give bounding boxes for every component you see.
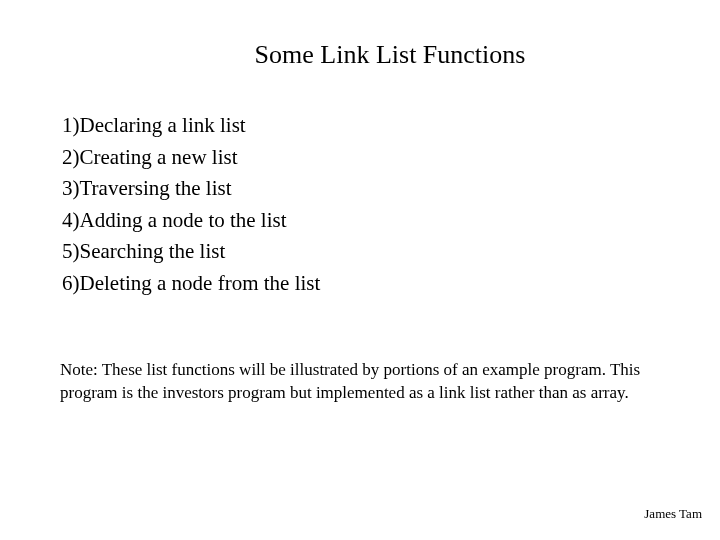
slide-title: Some Link List Functions — [60, 40, 660, 70]
list-item: 1)Declaring a link list — [62, 110, 660, 142]
list-item: 5)Searching the list — [62, 236, 660, 268]
list-item: 2)Creating a new list — [62, 142, 660, 174]
note-text: Note: These list functions will be illus… — [60, 359, 660, 405]
author-footer: James Tam — [644, 506, 702, 522]
list-item: 3)Traversing the list — [62, 173, 660, 205]
slide: Some Link List Functions 1)Declaring a l… — [0, 0, 720, 540]
list-item: 4)Adding a node to the list — [62, 205, 660, 237]
list-item: 6)Deleting a node from the list — [62, 268, 660, 300]
function-list: 1)Declaring a link list 2)Creating a new… — [62, 110, 660, 299]
